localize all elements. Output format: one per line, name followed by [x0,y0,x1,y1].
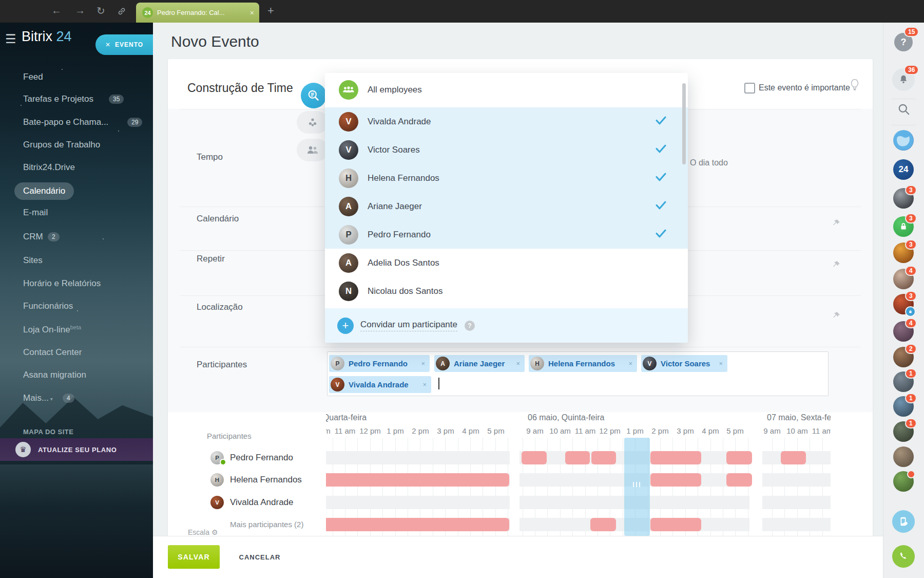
help-icon[interactable]: ? [465,321,475,331]
all-day-label[interactable]: O dia todo [690,158,728,167]
sidebar-link-mapa-do-site[interactable]: MAPA DO SITE [23,428,73,436]
rail-divider [892,99,916,99]
busy-bar [650,518,701,531]
sidebar-item-bitrix24-drive[interactable]: Bitrix24.Drive [23,162,75,173]
schedule-more-participants[interactable]: Mais participantes (2) [230,520,303,529]
chip-remove-icon[interactable]: × [422,381,427,388]
participant-chip-ariane-jaeger[interactable]: AAriane Jaeger× [434,355,525,372]
chip-remove-icon[interactable]: × [421,360,425,367]
slot-grip [636,482,637,487]
hamburger-menu-icon[interactable]: ☰ [5,32,16,46]
upgrade-plan-banner[interactable]: ♛ ATUALIZE SEU PLANO [0,438,153,461]
sidebar-item-hor-rio-e-relat-rios[interactable]: Horário e Relatórios [23,278,101,289]
tab-close-icon[interactable]: × [250,9,254,17]
availability-band [762,496,831,509]
pedro-fernando-avatar: P [331,357,344,370]
dropdown-item-helena-fernandos[interactable]: HHelena Fernandos [325,164,688,192]
pin-icon[interactable] [832,219,840,230]
sidebar-item-feed[interactable]: Feed [23,72,43,82]
day-header: 07 maio, Sexta-feira [767,413,831,422]
scale-control[interactable]: Escala ⚙ [188,528,218,536]
users-button[interactable] [297,139,329,161]
chip-remove-icon[interactable]: × [628,360,632,367]
dropdown-item-pedro-fernando[interactable]: PPedro Fernando [325,220,688,249]
sidebar-item-e-mail[interactable]: E-mail [23,208,48,218]
dropdown-item-victor-soares[interactable]: VVictor Soares [325,136,688,164]
dropdown-item-ariane-jaeger[interactable]: AAriane Jaeger [325,192,688,220]
dropdown-item-vivalda-andrade[interactable]: VVivalda Andrade [325,107,688,136]
check-icon [656,116,666,127]
sidebar-item-asana-migration[interactable]: Asana migration [23,370,86,380]
rail-avatar-world[interactable] [893,130,914,151]
time-tick: 1 pm [626,426,643,435]
close-event-button[interactable]: ✕ EVENTO [95,34,153,55]
schedule-row-name: Helena Fernandos [230,475,302,485]
important-checkbox[interactable] [744,83,755,94]
save-button[interactable]: SALVAR [168,545,220,569]
slot-grip [639,482,640,487]
dropdown-item-nicolau-dos-santos[interactable]: NNicolau dos Santos [325,277,688,305]
sidebar-item-funcion-rios[interactable]: Funcionários [23,301,73,311]
notifications-badge: 36 [904,65,919,75]
sidebar-badge: 2 [48,232,60,241]
sidebar-item-sites[interactable]: Sites [23,255,43,266]
search-icon[interactable] [897,103,911,116]
rail-action-phone[interactable] [892,545,915,568]
departments-button[interactable] [297,111,329,134]
browser-tab[interactable]: 24 Pedro Fernando: Cal... × [136,3,259,23]
sidebar-item-contact-center[interactable]: Contact Center [23,347,82,358]
bitrix24-logo[interactable]: Bitrix 24 [22,29,72,45]
participant-chip-pedro-fernando[interactable]: PPedro Fernando× [329,355,430,372]
check-icon [656,229,666,240]
sidebar-item-bate-papo-e-chama-[interactable]: Bate-papo e Chama... [23,117,108,127]
browser-forward-icon[interactable]: → [75,5,85,16]
helena-fernandos-avatar: H [530,357,544,370]
dropdown-item-all-employees[interactable]: All employees [325,76,688,104]
close-icon: ✕ [105,41,111,48]
form-divider [180,347,861,347]
selected-time-slot[interactable] [624,438,650,536]
browser-reload-icon[interactable]: ↻ [97,5,105,17]
search-participants-button[interactable] [301,83,326,108]
rail-avatar[interactable] [893,446,914,467]
chip-remove-icon[interactable]: × [719,360,723,367]
sidebar-item-mais-[interactable]: Mais... ▾ [23,393,53,403]
tab-title: Pedro Fernando: Cal... [157,9,245,16]
availability-band [762,518,831,531]
cancel-button[interactable]: CANCELAR [229,545,290,569]
busy-bar [591,451,616,464]
pin-icon[interactable] [832,260,840,271]
sidebar-badge: 29 [127,118,142,127]
event-button-label: EVENTO [115,41,143,48]
time-tick: 9 am [526,426,543,435]
search-list-icon [307,89,320,102]
new-tab-button[interactable]: + [267,4,274,17]
sidebar-item-grupos-de-trabalho[interactable]: Grupos de Trabalho [23,140,100,150]
time-tick: 3 pm [677,426,694,435]
check-icon [656,144,666,155]
sidebar-item-crm[interactable]: CRM [23,232,43,242]
participant-chip-helena-fernandos[interactable]: HHelena Fernandos× [529,355,637,372]
sidebar-item-tarefas-e-projetos[interactable]: Tarefas e Projetos [23,94,93,104]
sidebar-item-loja-on-line[interactable]: Loja On-linebeta [23,324,81,335]
chip-remove-icon[interactable]: × [516,360,520,367]
invite-participant-row[interactable]: + Convidar um participante ? [325,308,688,343]
dropdown-item-adelia-dos-santos[interactable]: AAdelia Dos Santos [325,249,688,277]
sidebar-item-calend-rio[interactable]: Calendário [14,182,74,200]
availability-timeline[interactable]: 05 maio, Quarta-feira10 am11 am12 pm1 pm… [326,411,831,536]
event-name-field[interactable]: Construção de Time [187,81,293,95]
browser-back-icon[interactable]: ← [51,5,62,16]
upgrade-label: ATUALIZE SEU PLANO [38,446,117,454]
rail-avatar-b24[interactable]: 24 [893,159,914,180]
participant-chip-vivalda-andrade[interactable]: VVivalda Andrade× [329,376,431,393]
browser-link-icon[interactable] [117,7,126,16]
pin-icon[interactable] [832,311,840,322]
dropdown-item-name: Adelia Dos Santos [368,258,439,268]
dropdown-scrollbar[interactable] [682,83,686,164]
participant-chip-victor-soares[interactable]: VVictor Soares× [641,355,727,372]
gear-icon[interactable]: ⚙ [211,528,218,536]
time-tick: 4 pm [462,426,479,435]
availability-band [762,473,831,487]
structure-icon [307,117,318,128]
rail-action-mobile[interactable] [892,510,915,533]
